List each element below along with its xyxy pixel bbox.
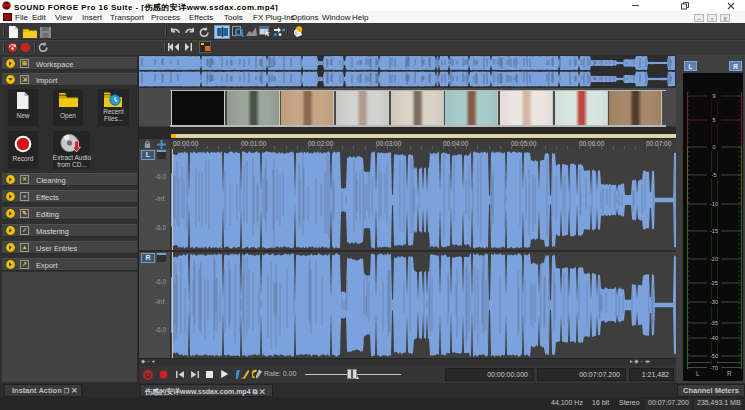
svg-text:-50: -50 bbox=[710, 353, 718, 359]
svg-text:-40: -40 bbox=[710, 335, 718, 341]
svg-text:-70: -70 bbox=[710, 365, 718, 371]
svg-text:9: 9 bbox=[712, 93, 715, 99]
svg-text:-15: -15 bbox=[710, 228, 718, 234]
svg-text:-25: -25 bbox=[710, 280, 718, 286]
svg-text:-35: -35 bbox=[710, 320, 718, 326]
svg-text:-20: -20 bbox=[710, 256, 718, 262]
svg-text:-30: -30 bbox=[710, 299, 718, 305]
svg-text:-10: -10 bbox=[710, 201, 718, 207]
svg-text:-5: -5 bbox=[712, 172, 717, 178]
svg-text:0: 0 bbox=[712, 144, 715, 150]
svg-text:5: 5 bbox=[712, 117, 715, 123]
